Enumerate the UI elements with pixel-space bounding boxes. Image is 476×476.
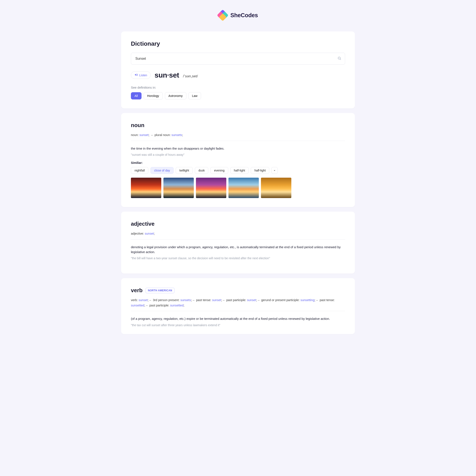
form-label: past participle: <box>226 298 247 302</box>
noun-example: "sunset was still a couple of hours away… <box>131 153 345 156</box>
listen-button[interactable]: Listen <box>131 71 151 79</box>
divider <box>131 141 345 141</box>
form-label: past tense: <box>320 298 335 302</box>
similar-chip[interactable]: twillight <box>176 167 193 174</box>
headword: sun·set <box>154 71 179 79</box>
form-label: verb: <box>131 298 138 302</box>
form-sep: ; <box>182 133 183 137</box>
form-dash: – <box>315 298 319 302</box>
verb-example: "the tax cut will sunset after three yea… <box>131 323 345 327</box>
brand-name: SheCodes <box>230 12 258 19</box>
adjective-card: adjective adjective: sunset; denoting a … <box>121 212 355 273</box>
brand-header: SheCodes <box>121 11 355 20</box>
adjective-forms: adjective: sunset; <box>131 231 345 236</box>
region-tag: NORTH AMERICAN <box>146 288 174 293</box>
pos-heading-noun: noun <box>131 122 345 129</box>
expand-similar-button[interactable] <box>271 167 278 174</box>
similar-chip[interactable]: half-light <box>230 167 249 174</box>
listen-label: Listen <box>139 73 147 77</box>
verb-forms: verb: sunset;– 3rd person present: sunse… <box>131 298 345 308</box>
form-label: past tense: <box>196 298 212 302</box>
form-label: 3rd person present: <box>153 298 180 302</box>
form-word: sunset <box>145 232 154 235</box>
form-word: sunset <box>212 298 221 302</box>
form-sep: ; <box>149 133 149 137</box>
sunset-thumbnail[interactable] <box>196 178 226 198</box>
form-word: sunsetting <box>301 298 314 302</box>
similar-chip[interactable]: dusk <box>195 167 208 174</box>
form-word: sunset <box>247 298 256 302</box>
pos-heading-verb: verb <box>131 287 143 294</box>
sunset-thumbnail[interactable] <box>261 178 291 198</box>
form-label: past participle: <box>149 304 170 307</box>
similar-chip[interactable]: close of day <box>151 167 174 174</box>
sunset-thumbnail[interactable] <box>131 178 161 198</box>
domain-chip-law[interactable]: Law <box>188 92 201 100</box>
image-thumbnails <box>131 178 345 198</box>
form-word: sunsets <box>180 298 191 302</box>
see-definitions-label: See definitions in: <box>131 86 345 89</box>
search-input[interactable] <box>131 53 345 65</box>
word-row: Listen sun·set /ˈsənˌset/ <box>131 71 345 79</box>
form-label: adjective: <box>131 232 144 235</box>
form-dash: – <box>149 298 152 302</box>
sunset-thumbnail[interactable] <box>163 178 194 198</box>
svg-point-0 <box>338 57 340 59</box>
form-label: noun: <box>131 133 138 137</box>
divider <box>131 239 345 239</box>
form-word: sunsets <box>171 133 182 137</box>
volume-icon <box>135 73 137 77</box>
divider <box>131 311 345 311</box>
form-label: plural noun: <box>154 133 171 137</box>
form-dash: – <box>192 298 195 302</box>
similar-chip[interactable]: evening <box>210 167 228 174</box>
domain-chip-all[interactable]: All <box>131 92 141 100</box>
adjective-definition: denoting a legal provision under which a… <box>131 245 345 255</box>
form-word: sunsetted <box>170 304 184 307</box>
search-wrap <box>131 53 345 65</box>
noun-definition: the time in the evening when the sun dis… <box>131 146 345 151</box>
sunset-thumbnail[interactable] <box>228 178 259 198</box>
similar-chip[interactable]: nightfall <box>131 167 148 174</box>
adjective-example: "the bill will have a two-year sunset cl… <box>131 256 345 260</box>
phonetic: /ˈsənˌset/ <box>183 72 198 78</box>
noun-card: noun noun: sunset; – plural noun: sunset… <box>121 113 355 207</box>
chevron-down-icon <box>273 169 276 171</box>
form-dash: – <box>257 298 260 302</box>
form-dash: – <box>150 133 154 137</box>
form-sep: ; <box>183 304 184 307</box>
domain-chips: AllHorologyAstronomyLaw <box>131 92 345 100</box>
svg-line-1 <box>340 59 341 60</box>
search-icon[interactable] <box>338 56 341 61</box>
page-title: Dictionary <box>131 40 345 47</box>
similar-label: Similiar: <box>131 161 345 165</box>
form-dash: – <box>222 298 225 302</box>
verb-definition: (of a program, agency, regulation, etc.)… <box>131 316 345 321</box>
search-card: Dictionary Listen sun·set /ˈsənˌset/ See… <box>121 32 355 108</box>
form-sep: ; <box>154 232 155 235</box>
form-word: sunset <box>138 298 148 302</box>
similar-chip[interactable]: half-light <box>251 167 269 174</box>
pos-heading-adjective: adjective <box>131 221 345 227</box>
similar-chips: nightfallclose of daytwillightduskevenin… <box>131 167 345 174</box>
form-label: gerund or present participle: <box>261 298 301 302</box>
domain-chip-horology[interactable]: Horology <box>144 92 163 100</box>
brand-logo-icon <box>218 11 227 20</box>
form-word: sunset <box>139 133 149 137</box>
form-word: sunsetted <box>131 304 144 307</box>
verb-card: verb NORTH AMERICAN verb: sunset;– 3rd p… <box>121 278 355 334</box>
noun-forms: noun: sunset; – plural noun: sunsets; <box>131 132 345 138</box>
form-dash: – <box>145 304 149 307</box>
domain-chip-astronomy[interactable]: Astronomy <box>165 92 186 100</box>
